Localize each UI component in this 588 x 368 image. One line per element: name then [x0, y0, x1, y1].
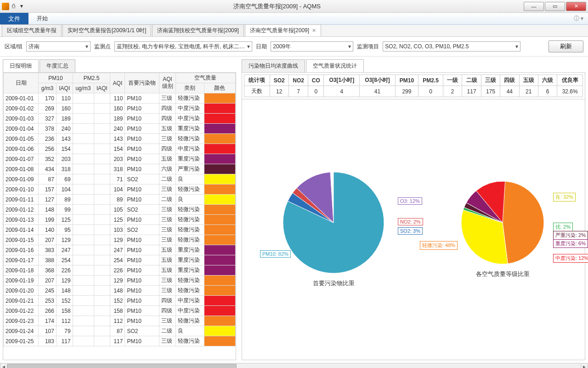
table-row[interactable]: 2009-01-1214899105SO2三级轻微污染 — [4, 205, 236, 215]
qat-dropdown-icon[interactable]: ▾ — [20, 3, 28, 10]
table-row[interactable]: 2009-01-07352203203PM10五级重度污染 — [4, 154, 236, 164]
stats-header[interactable]: 二级 — [462, 75, 481, 86]
pie-label: 中度污染: 12% — [553, 254, 588, 263]
col-pm25[interactable]: PM2.5 — [73, 73, 110, 83]
stats-header[interactable]: O3[8小时] — [360, 75, 396, 86]
pie-label: 优: 2% — [553, 223, 573, 231]
table-row[interactable]: 2009-01-20245148148PM10三级轻微污染 — [4, 286, 236, 296]
table-row[interactable]: 2009-01-25183117117PM10三级轻微污染 — [4, 336, 236, 346]
stats-panel: 统计项SO2NO2COO3[1小时]O3[8小时]PM10PM2.5一级二级三级… — [242, 73, 585, 99]
table-row[interactable]: 2009-01-06256154154PM10四级中度污染 — [4, 144, 236, 154]
table-row[interactable]: 2009-01-09876971SO2二级良 — [4, 174, 236, 184]
station-label: 监测点 — [94, 43, 111, 51]
table-row[interactable]: 2009-01-15207129129PM10三级轻微污染 — [4, 235, 236, 245]
table-row[interactable]: 2009-01-23174112112PM10三级轻微污染 — [4, 316, 236, 326]
document-tabs: 区域组空气质量年报实时空气质量报告[2009/1/1 0时]济南蓝翔技校空气质量… — [0, 25, 588, 37]
tab-summary[interactable]: 年度汇总 — [40, 59, 75, 72]
region-combo[interactable]: 济南 — [26, 41, 90, 52]
stats-header[interactable]: 五级 — [519, 75, 538, 86]
pie-chart — [461, 181, 544, 264]
table-row[interactable]: 2009-01-111278989PM10二级良 — [4, 195, 236, 205]
col-pm10[interactable]: PM10 — [39, 73, 73, 83]
pie-label: 重度污染: 6% — [553, 239, 588, 248]
pie-chart — [283, 172, 384, 273]
stats-header[interactable]: 统计项 — [244, 75, 270, 86]
date-combo[interactable]: 2009年 — [271, 41, 353, 52]
region-label: 区域/组 — [5, 43, 23, 51]
stats-header[interactable]: O3[1小时] — [324, 75, 360, 86]
tab-curve[interactable]: 污染物日均浓度曲线 — [242, 59, 305, 72]
col-color[interactable]: 颜色 — [204, 83, 235, 93]
col-pm25-i[interactable]: IAQI — [94, 83, 110, 93]
close-button[interactable]: ✕ — [566, 2, 586, 11]
qat-item[interactable]: ⎙ — [12, 3, 19, 10]
document-tab[interactable]: 济南蓝翔技校空气质量年报[2009] — [152, 24, 243, 36]
table-row[interactable]: 2009-01-03327189189PM10四级中度污染 — [4, 114, 236, 124]
detail-grid[interactable]: 日期 PM10 PM2.5 AQI 首要污染物 AQI级别 空气质量 g/m3 … — [3, 73, 236, 360]
col-aqi[interactable]: AQI — [110, 73, 125, 93]
tab-stats[interactable]: 空气质量状况统计 — [306, 59, 364, 72]
pie-label: PM10: 82% — [260, 250, 291, 258]
station-combo[interactable]: 蓝翔技校, 电力专科学校, 宝胜电缆, 科干所, 机床二… — [114, 41, 252, 52]
ribbon-help-icon[interactable]: ⓘ ▾ — [574, 13, 588, 24]
scroll-thumb[interactable] — [7, 364, 237, 368]
table-row[interactable]: 2009-01-13199125125PM10三级轻微污染 — [4, 215, 236, 225]
document-tab[interactable]: 济南空气质量年报[2009]✕ — [245, 24, 321, 36]
table-row[interactable]: 2009-01-05236143143PM10三级轻微污染 — [4, 134, 236, 144]
stats-header[interactable]: 六级 — [538, 75, 557, 86]
col-pm25-ug[interactable]: ug/m3 — [73, 83, 94, 93]
table-row[interactable]: 2009-01-18368226226PM10五级重度污染 — [4, 265, 236, 276]
table-row[interactable]: 2009-01-10157104104PM10三级轻微污染 — [4, 184, 236, 195]
stats-header[interactable]: SO2 — [270, 75, 288, 86]
col-quality[interactable]: 空气质量 — [175, 73, 235, 83]
col-primary[interactable]: 首要污染物 — [125, 73, 159, 93]
ribbon-start-tab[interactable]: 开始 — [28, 13, 56, 24]
table-row[interactable]: 2009-01-04378240240PM10五级重度污染 — [4, 124, 236, 134]
tab-detail[interactable]: 日报明细 — [3, 59, 39, 72]
table-row[interactable]: 2009-01-22266158158PM10四级中度污染 — [4, 306, 236, 316]
table-row[interactable]: 2009-01-08434318318PM10六级严重污染 — [4, 164, 236, 174]
table-row[interactable]: 2009-01-16383247247PM10五级重度污染 — [4, 245, 236, 255]
table-row[interactable]: 2009-01-1414095103SO2三级轻微污染 — [4, 225, 236, 235]
table-row[interactable]: 2009-01-17388254254PM10五级重度污染 — [4, 255, 236, 265]
stats-header[interactable]: 四级 — [500, 75, 519, 86]
stats-header[interactable]: PM10 — [395, 75, 418, 86]
ribbon-file-tab[interactable]: 文件 — [0, 13, 28, 24]
table-row[interactable]: 2009-01-19207129129PM10三级轻微污染 — [4, 276, 236, 286]
item-combo[interactable]: SO2, NO2, CO, O3, PM10, PM2.5 — [383, 41, 520, 52]
refresh-button[interactable]: 刷新 — [548, 40, 583, 52]
table-row[interactable]: 2009-01-21253152152PM10四级中度污染 — [4, 296, 236, 306]
col-pm10-g[interactable]: g/m3 — [39, 83, 57, 93]
stats-header[interactable]: 优良率 — [557, 75, 583, 86]
col-pm10-i[interactable]: IAQI — [56, 83, 73, 93]
pie-label: O3: 12% — [398, 197, 422, 205]
tab-close-icon[interactable]: ✕ — [312, 28, 316, 34]
scroll-right-icon[interactable]: ▸ — [581, 363, 588, 368]
table-row[interactable]: 2009-01-241077987SO2二级良 — [4, 326, 236, 336]
table-row[interactable]: 2009-01-02269160160PM10四级中度污染 — [4, 104, 236, 114]
date-label: 日期 — [256, 43, 267, 51]
window-title: 济南空气质量年报[2009] - AQMS — [30, 2, 524, 11]
document-tab[interactable]: 区域组空气质量年报 — [2, 24, 62, 36]
pie-title: 首要污染物比重 — [283, 279, 384, 288]
pie-title: 各空气质量等级比重 — [461, 270, 544, 278]
maximize-button[interactable]: ▭ — [545, 2, 565, 11]
table-row[interactable]: 2009-01-01170110110PM10三级轻微污染 — [4, 93, 236, 104]
window-buttons: — ▭ ✕ — [524, 2, 586, 11]
minimize-button[interactable]: — — [524, 2, 544, 11]
horizontal-scrollbar[interactable]: ◂ ▸ — [0, 363, 588, 368]
stats-table[interactable]: 统计项SO2NO2COO3[1小时]O3[8小时]PM10PM2.5一级二级三级… — [244, 75, 583, 97]
stats-header[interactable]: NO2 — [288, 75, 308, 86]
scroll-left-icon[interactable]: ◂ — [0, 363, 7, 368]
pie-container: 良: 32%优: 2%严重污染: 2%重度污染: 6%中度污染: 12%轻微污染… — [461, 181, 544, 278]
pie-label: SO2: 3% — [398, 227, 423, 235]
col-date[interactable]: 日期 — [4, 73, 39, 93]
stats-header[interactable]: PM2.5 — [418, 75, 443, 86]
col-aqi-level[interactable]: AQI级别 — [159, 73, 176, 93]
stats-header[interactable]: CO — [308, 75, 324, 86]
col-category[interactable]: 类别 — [175, 83, 204, 93]
app-icon — [2, 3, 9, 10]
stats-header[interactable]: 一级 — [443, 75, 462, 86]
document-tab[interactable]: 实时空气质量报告[2009/1/1 0时] — [62, 24, 151, 36]
stats-header[interactable]: 三级 — [481, 75, 500, 86]
